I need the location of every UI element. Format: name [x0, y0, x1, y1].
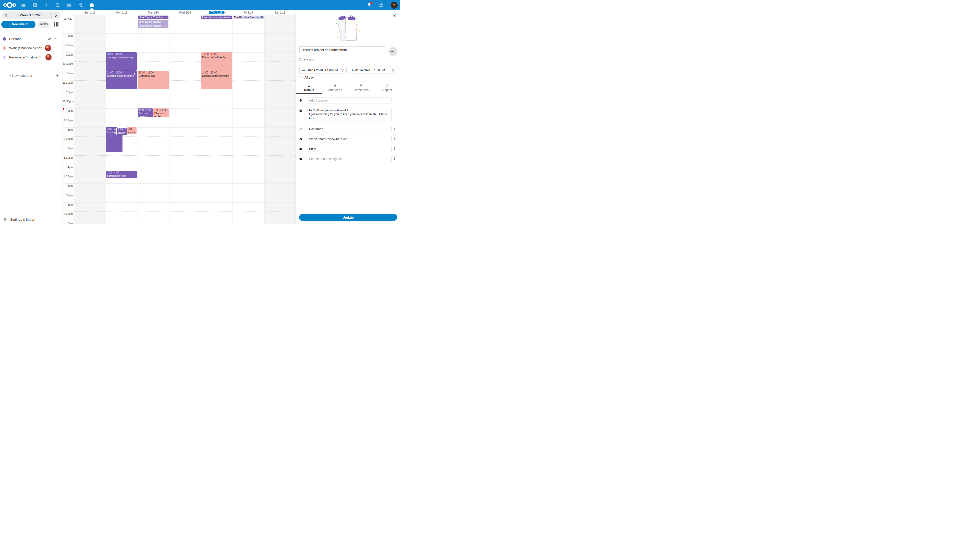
calendar-owner-avatar	[45, 54, 52, 60]
gear-icon: ⚙	[3, 217, 7, 222]
calendar-list: Personal•••Work (Christine Schott)•••Per…	[0, 34, 62, 62]
visibility-info-icon[interactable]: i	[391, 136, 397, 142]
allday-event[interactable]: Line Dance Training	[138, 16, 169, 19]
calendar-name: Personal	[9, 37, 22, 41]
allday-event[interactable]: The Big Line Dancing Show	[233, 16, 263, 19]
next-week-button[interactable]	[52, 11, 60, 19]
event[interactable]: 10:00 - 11:00management meeting	[106, 52, 137, 71]
event[interactable]: 11:00 - 12:00Discuss office furniture	[201, 71, 232, 89]
time-label: 11am	[62, 72, 73, 75]
tab-label: Reminders	[348, 88, 374, 92]
allday-event[interactable]: Line dance main rehearsal	[201, 16, 232, 19]
app-photos-icon[interactable]	[29, 0, 41, 10]
notifications-bell-icon[interactable]	[367, 3, 372, 8]
end-date-value: to 01/14/2020 at 1:30 PM	[352, 68, 385, 72]
event[interactable]: 10:00 - 11:00Phonecall with Abby	[201, 52, 232, 71]
event[interactable]: 11:00 - 12:00Discuss office furniture	[106, 71, 137, 89]
calendar-item[interactable]: Work (Christine Schott)•••	[0, 43, 62, 52]
description-textarea[interactable]: Hi Carl! are you in next week? I got som…	[307, 107, 391, 121]
event[interactable]: 1:00 - 1:30Discuss project announcement	[138, 108, 153, 118]
calendar-week-view: Sun 1/12Mon 1/13Tue 1/14Wed 1/15Thu 1/16…	[62, 10, 296, 224]
contacts-menu-icon[interactable]	[379, 2, 384, 8]
app-activity-icon[interactable]	[41, 0, 52, 10]
tab-reminders[interactable]: Reminders	[348, 83, 374, 94]
calendar-actions-menu-icon[interactable]: •••	[52, 47, 59, 49]
categories-input[interactable]	[307, 156, 391, 162]
tab-details[interactable]: iDetails	[296, 83, 322, 94]
event-actions-menu-button[interactable]: •••	[388, 47, 397, 56]
event-title: Discuss office furniture	[107, 74, 136, 77]
calendar-item[interactable]: Personal (Christine Schott)•••	[0, 52, 62, 62]
new-calendar-button[interactable]: + New calendar +	[0, 72, 62, 79]
calendar-color-dot	[3, 37, 6, 41]
time-label: 10am	[62, 53, 73, 56]
tab-repeat[interactable]: Repeat	[374, 83, 400, 94]
visibility-select[interactable]: When shared show full event	[307, 136, 391, 142]
day-label: Sat 1/18	[275, 11, 285, 14]
previous-week-button[interactable]	[2, 11, 11, 19]
time-label: 12:30pm	[62, 100, 73, 103]
end-date-field[interactable]: to 01/14/2020 at 1:30 PM	[350, 67, 397, 73]
time-label: 4:30pm	[62, 175, 73, 178]
calendar-item[interactable]: Personal•••	[0, 34, 62, 43]
event-time: 11:00 - 12:00	[107, 71, 136, 74]
share-link-icon[interactable]	[46, 37, 52, 41]
event-title: Company call	[139, 74, 168, 77]
user-avatar[interactable]	[391, 2, 398, 9]
location-input[interactable]	[307, 97, 391, 104]
app-contacts-icon[interactable]	[75, 0, 86, 10]
calendar-owner-avatar	[45, 45, 51, 51]
close-icon[interactable]: ✕	[393, 13, 396, 18]
event[interactable]: 2:00 - 2:20check-in	[127, 127, 137, 134]
event-illustration	[329, 14, 367, 42]
day-label: Wed 1/15	[179, 11, 191, 14]
event-time: 10:00 - 11:00	[107, 52, 136, 56]
time-label: 11:30am	[62, 81, 73, 84]
status-info-icon[interactable]: i	[391, 126, 397, 132]
calendar-name: Personal (Christine Schott)	[9, 56, 45, 59]
app-navigation	[18, 0, 98, 10]
week-view-toggle-icon[interactable]	[54, 22, 59, 27]
allday-checkbox[interactable]	[299, 76, 302, 79]
app-mail-icon[interactable]	[64, 0, 75, 10]
event[interactable]: 4:20 - 4:40purchasing dept	[106, 171, 137, 178]
status-select[interactable]: Confirmed	[307, 126, 391, 132]
categories-info-icon[interactable]: i	[391, 156, 397, 162]
half-hour-line	[62, 211, 296, 212]
today-button[interactable]: Today	[38, 21, 50, 27]
event[interactable]: 1:00 - 1:30Discuss project	[153, 108, 169, 118]
tab-label: Attendees	[322, 88, 348, 92]
event-title: Phonecall with Abby	[202, 56, 231, 59]
new-event-button[interactable]: + New event	[1, 21, 35, 28]
app-calendar-icon[interactable]	[86, 0, 98, 10]
app-files-icon[interactable]	[18, 0, 29, 10]
spacer	[391, 107, 397, 122]
start-date-field[interactable]: from 01/14/2020 at 1:00 PM	[299, 67, 347, 73]
event-time: 2:00 - 2:20	[128, 127, 135, 130]
week-label[interactable]: Week 3 of 2020	[11, 11, 52, 19]
event[interactable]: 11:00 - 12:00Company call	[138, 71, 169, 89]
freebusy-select[interactable]: Busy	[307, 146, 391, 152]
tab-attendees[interactable]: Attendees	[322, 83, 348, 94]
time-grid[interactable]: 9am9:30am10am10:30am11am11:30am12pm12:30…	[62, 29, 296, 224]
timezone-globe-icon[interactable]	[341, 68, 344, 72]
info-icon: i	[296, 84, 322, 88]
nextcloud-logo[interactable]	[3, 1, 16, 9]
calendar-actions-menu-icon[interactable]: •••	[53, 56, 59, 59]
allday-event[interactable]: Line dance training	[138, 24, 169, 28]
half-hour-line	[62, 193, 296, 193]
timezone-globe-icon[interactable]	[391, 68, 395, 72]
categories-row: i	[299, 156, 397, 162]
calendar-actions-menu-icon[interactable]: •••	[52, 38, 59, 40]
freebusy-info-icon[interactable]: i	[391, 146, 397, 152]
app-talk-icon[interactable]	[52, 0, 64, 10]
description-lines-icon	[299, 107, 304, 122]
event[interactable]: 2:00 - 2:30check-in	[116, 127, 127, 135]
update-button[interactable]: Update	[299, 214, 397, 221]
week-navigation: Week 3 of 2020	[2, 11, 60, 19]
allday-event[interactable]: Line dance training	[138, 20, 169, 24]
settings-import-button[interactable]: ⚙ Settings & import	[3, 217, 35, 222]
tab-label: Repeat	[374, 88, 400, 92]
event-title-input[interactable]	[299, 46, 385, 53]
sidebar-actions: + New event Today	[1, 21, 61, 28]
